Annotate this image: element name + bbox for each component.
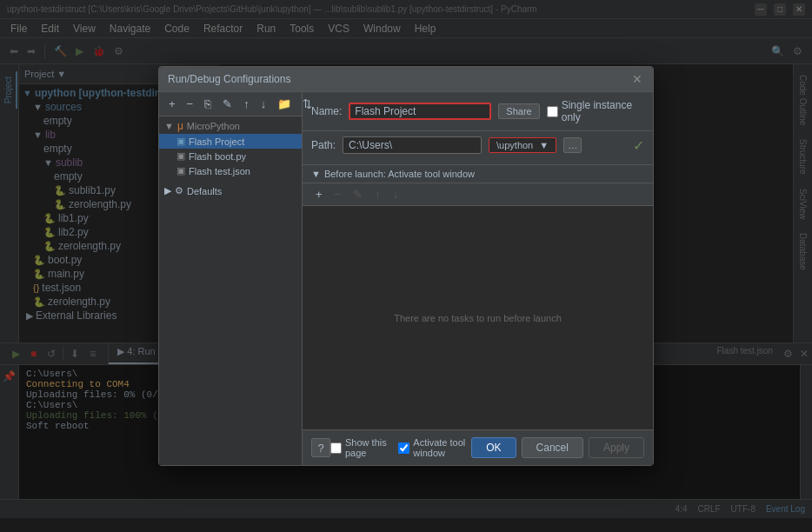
dialog-close-button[interactable]: ✕ — [630, 72, 644, 86]
config-icon-flash-testjson: ▣ — [176, 165, 185, 176]
path-dropdown-arrow: ▼ — [539, 140, 549, 150]
dialog-config-toolbar: + − ⎘ ✎ ↑ ↓ 📁 ⇅ — [159, 92, 302, 116]
activate-tool-window-label: Activate tool window — [413, 437, 471, 458]
micropy-logo-icon: μ — [177, 120, 183, 132]
before-launch-section: ▼ Before launch: Activate tool window + … — [303, 165, 653, 429]
dialog-title-bar: Run/Debug Configurations ✕ — [159, 67, 653, 92]
path-upython-value: \upython — [496, 140, 533, 150]
ok-button[interactable]: OK — [471, 437, 516, 458]
dialog-name-row: Name: Share Single instance only — [303, 92, 653, 131]
dialog-action-buttons: OK Cancel Apply — [471, 437, 644, 458]
path-valid-icon: ✓ — [633, 137, 644, 154]
activate-tool-window-checkbox[interactable] — [398, 442, 409, 454]
dialog-detail-panel: Name: Share Single instance only Path: — [303, 92, 653, 465]
dialog-body: + − ⎘ ✎ ↑ ↓ 📁 ⇅ ▼ μ MicroPython — [159, 92, 653, 465]
single-instance-label: Single instance only — [562, 99, 644, 123]
show-this-page-option: Show this page — [330, 437, 388, 458]
path-browse-button[interactable]: … — [563, 137, 582, 153]
path-label: Path: — [311, 139, 336, 151]
before-launch-empty-label: There are no tasks to run before launch — [303, 206, 653, 429]
modal-overlay: Run/Debug Configurations ✕ + − ⎘ ✎ ↑ ↓ 📁… — [0, 0, 812, 532]
share-button[interactable]: Share — [498, 103, 539, 119]
expand-arrow-icon: ▼ — [311, 169, 321, 179]
move-up-config-button[interactable]: ↑ — [239, 96, 254, 112]
defaults-arrow: ▶ — [164, 185, 171, 196]
name-input[interactable] — [349, 103, 491, 120]
folder-config-button[interactable]: 📁 — [273, 96, 296, 112]
show-this-page-checkbox[interactable] — [330, 442, 342, 454]
config-tree-flash-project[interactable]: ▣ Flash Project — [159, 134, 302, 149]
config-tree-flash-project-label: Flash Project — [189, 136, 244, 147]
before-launch-remove-button[interactable]: − — [330, 186, 346, 203]
before-launch-header: ▼ Before launch: Activate tool window — [303, 165, 653, 183]
before-launch-add-button[interactable]: + — [311, 186, 327, 203]
config-icon-flash-boot: ▣ — [176, 150, 185, 162]
config-tree-micropy[interactable]: ▼ μ MicroPython — [159, 118, 302, 134]
edit-templates-button[interactable]: ✎ — [218, 96, 236, 112]
dialog-path-row: Path: \upython ▼ … ✓ — [311, 136, 644, 154]
add-config-button[interactable]: + — [164, 96, 180, 112]
move-down-config-button[interactable]: ↓ — [256, 96, 271, 112]
cancel-button[interactable]: Cancel — [522, 437, 583, 458]
dialog-help-area: ? — [311, 438, 330, 457]
run-debug-dialog: Run/Debug Configurations ✕ + − ⎘ ✎ ↑ ↓ 📁… — [158, 66, 654, 466]
before-launch-edit-button[interactable]: ✎ — [349, 186, 367, 203]
dialog-title: Run/Debug Configurations — [168, 73, 290, 85]
dialog-config-panel: + − ⎘ ✎ ↑ ↓ 📁 ⇅ ▼ μ MicroPython — [159, 92, 303, 465]
remove-config-button[interactable]: − — [183, 96, 198, 112]
dialog-path-section: Path: \upython ▼ … ✓ — [303, 131, 653, 165]
activate-tool-window-option: Activate tool window — [398, 437, 471, 458]
config-tree-defaults[interactable]: ▶ ⚙ Defaults — [159, 183, 302, 198]
config-tree-micropy-label: MicroPython — [187, 121, 240, 131]
config-tree-flash-boot-label: Flash boot.py — [189, 151, 246, 162]
no-tasks-label: There are no tasks to run before launch — [394, 313, 562, 323]
config-tree-defaults-label: Defaults — [187, 186, 222, 196]
config-tree-flash-testjson-label: Flash test.json — [189, 166, 250, 176]
dialog-config-tree: ▼ μ MicroPython ▣ Flash Project ▣ Flash … — [159, 116, 302, 465]
before-launch-toolbar: + − ✎ ↑ ↓ — [303, 183, 653, 206]
config-tree-flash-testjson[interactable]: ▣ Flash test.json — [159, 163, 302, 178]
config-tree-flash-boot[interactable]: ▣ Flash boot.py — [159, 149, 302, 163]
dialog-bottom-options: Show this page Activate tool window — [330, 437, 471, 458]
name-label: Name: — [311, 105, 342, 117]
micropy-icon: ▼ — [164, 121, 174, 131]
show-this-page-label: Show this page — [345, 437, 388, 458]
copy-config-button[interactable]: ⎘ — [200, 96, 216, 112]
path-input[interactable] — [343, 136, 482, 154]
dialog-help-button[interactable]: ? — [311, 438, 330, 457]
single-instance-checkbox[interactable] — [547, 106, 558, 117]
before-launch-down-button[interactable]: ↓ — [389, 186, 403, 203]
share-row: Share — [498, 103, 539, 119]
single-instance-row: Single instance only — [547, 99, 644, 123]
dialog-bottom-bar: ? Show this page Activate tool window — [303, 429, 653, 465]
before-launch-label: Before launch: Activate tool window — [324, 169, 475, 179]
path-upython-selector[interactable]: \upython ▼ — [489, 137, 556, 153]
apply-button[interactable]: Apply — [589, 437, 644, 458]
defaults-icon: ⚙ — [175, 185, 183, 196]
config-icon-flash-project: ▣ — [176, 136, 185, 147]
before-launch-up-button[interactable]: ↑ — [370, 186, 385, 203]
